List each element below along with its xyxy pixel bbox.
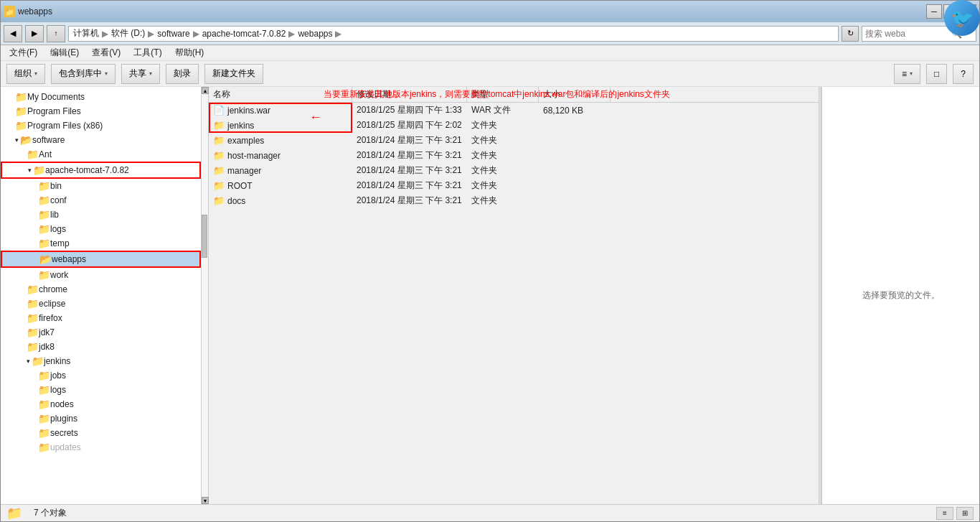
file-name: examples: [227, 136, 264, 146]
file-row-manager[interactable]: 📁 manager 2018/1/24 星期三 下午 3:21 文件夹: [209, 163, 819, 178]
menu-edit[interactable]: 编辑(E): [44, 45, 85, 60]
back-button[interactable]: ◀: [4, 25, 22, 42]
include-library-button[interactable]: 包含到库中 ▾: [51, 64, 116, 84]
scroll-down[interactable]: ▼: [202, 497, 209, 504]
sidebar-item-lib[interactable]: 📁 lib: [1, 208, 201, 222]
refresh-button[interactable]: ↻: [842, 26, 859, 42]
file-rows-wrapper: 📄 jenkins.war 2018/1/25 星期四 下午 1:33 WAR …: [209, 103, 819, 504]
help-button[interactable]: ?: [953, 64, 974, 84]
path-part-webapps[interactable]: webapps: [298, 29, 332, 39]
up-button[interactable]: ↑: [47, 25, 65, 42]
sidebar-item-chrome[interactable]: 📁 chrome: [1, 282, 201, 297]
sidebar-item-label: webapps: [52, 254, 86, 264]
sidebar-item-updates[interactable]: 📁 updates: [1, 440, 201, 455]
scroll-thumb[interactable]: [202, 215, 207, 258]
file-row-examples[interactable]: 📁 examples 2018/1/24 星期三 下午 3:21 文件夹: [209, 133, 819, 148]
sidebar-item-label: nodes: [50, 399, 74, 409]
folder-icon: 📁: [15, 120, 27, 131]
sidebar-item-my-documents[interactable]: 📁 My Documents: [1, 90, 201, 104]
status-icon-1[interactable]: ≡: [936, 507, 953, 520]
file-cell-type: 文件夹: [467, 180, 539, 192]
forward-button[interactable]: ▶: [25, 25, 44, 42]
arrow-icon: ←: [309, 110, 322, 125]
sidebar-item-label: My Documents: [27, 92, 85, 102]
panel-button[interactable]: □: [926, 64, 947, 84]
file-cell-type: WAR 文件: [467, 104, 539, 116]
menu-help[interactable]: 帮助(H): [169, 45, 210, 60]
menu-tools[interactable]: 工具(T): [128, 45, 167, 60]
file-row-host-manager[interactable]: 📁 host-manager 2018/1/24 星期三 下午 3:21 文件夹: [209, 148, 819, 163]
annotation-text: 当要重新安装其他版本jenkins，则需要删除tomcat中jenkins.wa…: [324, 88, 670, 101]
sidebar-item-apache-tomcat[interactable]: ▾ 📁 apache-tomcat-7.0.82: [1, 162, 201, 179]
sidebar-item-nodes[interactable]: 📁 nodes: [1, 397, 201, 411]
sidebar-scrollbar[interactable]: ▲ ▼: [202, 87, 209, 504]
sidebar-item-label: secrets: [50, 428, 78, 438]
path-part-tomcat[interactable]: apache-tomcat-7.0.82: [202, 29, 286, 39]
sidebar-item-label: firefox: [39, 313, 62, 323]
file-row-root[interactable]: 📁 ROOT 2018/1/24 星期三 下午 3:21 文件夹: [209, 178, 819, 193]
file-icon: 📁: [213, 120, 225, 131]
sidebar-item-jenkins[interactable]: ▾ 📁 jenkins: [1, 354, 201, 368]
statusbar: 📁 7 个对象 ≡ ⊞: [1, 504, 979, 521]
file-row-jenkins-war[interactable]: 📄 jenkins.war 2018/1/25 星期四 下午 1:33 WAR …: [209, 103, 819, 118]
folder-icon: 📁: [33, 164, 45, 176]
sidebar-item-logs[interactable]: 📁 logs: [1, 222, 201, 236]
sidebar-item-conf[interactable]: 📁 conf: [1, 193, 201, 208]
folder-icon: 📁: [15, 106, 27, 117]
path-part-software[interactable]: software: [157, 29, 189, 39]
burn-button[interactable]: 刻录: [166, 64, 199, 84]
organize-button[interactable]: 组织 ▾: [6, 64, 45, 84]
sidebar-item-plugins[interactable]: 📁 plugins: [1, 411, 201, 426]
sidebar-item-webapps[interactable]: 📂 webapps: [1, 251, 201, 268]
file-rows: 📄 jenkins.war 2018/1/25 星期四 下午 1:33 WAR …: [209, 103, 819, 208]
sidebar-item-jenkins-logs[interactable]: 📁 logs: [1, 383, 201, 397]
path-part-d[interactable]: 软件 (D:): [111, 27, 145, 39]
address-path[interactable]: 计算机 ▶ 软件 (D:) ▶ software ▶ apache-tomcat…: [68, 26, 839, 42]
file-cell-type: 文件夹: [467, 195, 539, 207]
folder-icon: 📁: [38, 442, 50, 453]
titlebar-left: 📁 webapps: [4, 6, 52, 17]
file-name: docs: [227, 196, 245, 206]
share-button[interactable]: 共享 ▾: [121, 64, 160, 84]
sidebar-item-bin[interactable]: 📁 bin: [1, 179, 201, 193]
scroll-up[interactable]: ▲: [202, 87, 209, 94]
sidebar-item-software[interactable]: ▾ 📂 software: [1, 133, 201, 147]
sidebar-item-secrets[interactable]: 📁 secrets: [1, 426, 201, 440]
path-part-computer[interactable]: 计算机: [73, 27, 99, 39]
sidebar-item-temp[interactable]: 📁 temp: [1, 236, 201, 251]
sidebar-item-eclipse[interactable]: 📁 eclipse: [1, 297, 201, 311]
sidebar-item-program-files[interactable]: 📁 Program Files: [1, 104, 201, 118]
file-cell-size: 68,120 KB: [539, 106, 611, 116]
sidebar-item-ant[interactable]: 📁 Ant: [1, 147, 201, 162]
file-cell-date: 2018/1/25 星期四 下午 1:33: [352, 104, 467, 116]
file-row-jenkins[interactable]: 📁 jenkins 2018/1/25 星期四 下午 2:02 文件夹: [209, 118, 819, 133]
folder-icon: 📁: [38, 180, 50, 192]
search-input[interactable]: [865, 29, 951, 39]
sidebar-item-label: Program Files (x86): [27, 121, 103, 131]
status-icon-2[interactable]: ⊞: [956, 507, 974, 520]
file-cell-date: 2018/1/24 星期三 下午 3:21: [352, 149, 467, 162]
folder-icon: 📁: [38, 269, 50, 281]
sidebar-item-label: work: [50, 270, 68, 280]
sidebar-item-program-files-x86[interactable]: 📁 Program Files (x86): [1, 118, 201, 133]
main-content: 📁 My Documents 📁 Program Files 📁 Program…: [1, 87, 979, 504]
sidebar-item-jdk8[interactable]: 📁 jdk8: [1, 340, 201, 354]
file-cell-name: 📁 docs: [209, 195, 352, 206]
view-button[interactable]: ≡ ▾: [894, 64, 920, 84]
sidebar-item-label: Ant: [39, 149, 52, 159]
sidebar-item-jdk7[interactable]: 📁 jdk7: [1, 325, 201, 340]
file-row-docs[interactable]: 📁 docs 2018/1/24 星期三 下午 3:21 文件夹: [209, 193, 819, 208]
menu-view[interactable]: 查看(V): [86, 45, 126, 60]
file-cell-name: 📁 manager: [209, 165, 352, 176]
file-name: host-manager: [227, 151, 281, 161]
sidebar-item-firefox[interactable]: 📁 firefox: [1, 311, 201, 325]
sidebar-item-jobs[interactable]: 📁 jobs: [1, 368, 201, 383]
minimize-button[interactable]: ─: [926, 4, 942, 19]
file-name: jenkins: [227, 121, 254, 131]
file-cell-name: 📁 jenkins: [209, 120, 352, 131]
sidebar-item-work[interactable]: 📁 work: [1, 268, 201, 282]
expand-icon: ▾: [15, 136, 19, 144]
menu-file[interactable]: 文件(F): [4, 45, 43, 60]
file-cell-date: 2018/1/24 星期三 下午 3:21: [352, 180, 467, 192]
new-folder-button[interactable]: 新建文件夹: [204, 64, 263, 84]
